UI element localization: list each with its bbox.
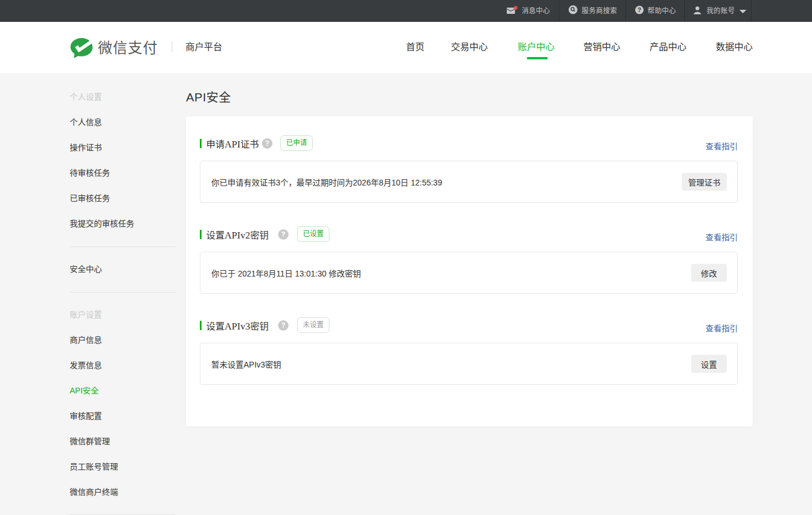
svg-text:?: ? (638, 6, 642, 13)
